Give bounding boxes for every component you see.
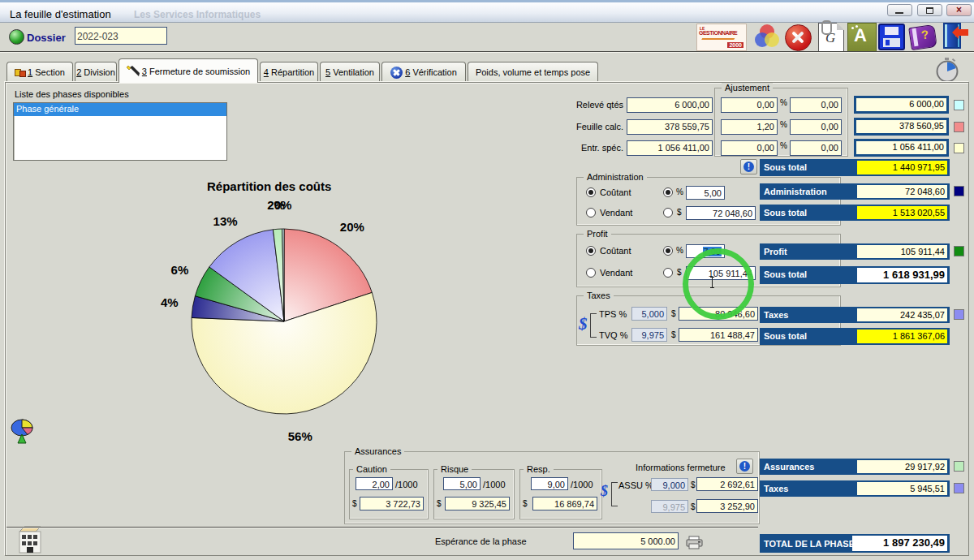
admin-vendant-label: Vendant [600,208,632,218]
colors-venn-icon[interactable] [753,24,781,50]
resp-per-label: /1000 [571,480,593,489]
dollar-sign: $ [691,480,696,489]
resp-amount-field[interactable]: 16 869,74 [532,497,597,510]
tab-fermeture[interactable]: 3 Fermeture de soumission [119,58,258,83]
tools-icon[interactable] [784,24,812,50]
row1-result-field: 6 000,00 [854,96,949,114]
row3-base-field[interactable]: 1 056 411,00 [627,140,713,156]
resp-rate-field[interactable]: 9,00 [531,477,568,490]
pie-label-taxes: 13% [213,214,238,228]
row1-base-field[interactable]: 6 000,00 [627,97,713,113]
sous-total-1-bar: Sous total 1 440 971,95 [760,159,950,176]
help-book-icon[interactable]: ? [909,24,936,50]
profit-dollar-radio[interactable] [663,268,673,278]
row3-adj-pct-field[interactable]: 0,00 [721,140,778,156]
phases-listbox[interactable]: Phase générale [13,102,227,161]
profit-pct-field[interactable]: 7,00 [686,244,725,258]
tvq-amount-field[interactable]: 161 488,47 [679,328,758,342]
exit-door-icon[interactable] [940,22,971,50]
taxes-dollar-icon: $ [579,314,588,334]
esperance-label: Espérance de la phase [435,536,527,546]
profit-pct-radio[interactable] [663,246,673,256]
phase-list-item[interactable]: Phase générale [14,103,226,116]
esperance-field[interactable]: 5 000.00 [573,532,679,549]
admin-sous-total-bar: Sous total 1 513 020,55 [760,205,950,221]
tps-label: TPS % [599,309,627,319]
tab-division[interactable]: 2 Division [75,62,117,82]
admin-pct-field[interactable]: 5,00 [686,186,725,200]
close-button[interactable]: × [946,4,972,16]
administration-bar: Administration 72 048,60 [760,183,950,200]
tab-poids-volume[interactable]: Poids, volume et temps pose [468,62,598,82]
tps-pct-field[interactable]: 5,000 [631,307,667,321]
row1-adj-amt-field[interactable]: 0,00 [790,97,842,113]
caution-amount-field[interactable]: 3 722,73 [360,497,424,510]
admin-amount-field[interactable]: 72 048,60 [686,206,756,220]
tps-amount-field[interactable]: 80 946,60 [679,307,758,321]
building-icon[interactable] [16,525,44,554]
assurances-bar-value: 29 917,92 [857,460,947,473]
assu-label: ASSU % [618,480,653,490]
profit-vendant-radio[interactable] [586,268,596,278]
minimize-button[interactable] [887,4,912,16]
stopwatch-icon[interactable] [933,57,961,84]
profit-amount-field[interactable]: 105 911,44 [686,266,756,280]
taxes-legend: Taxes [584,291,614,300]
profit-color-swatch [954,246,964,256]
pie-chart-icon[interactable] [10,418,36,446]
info-button-1[interactable]: ! [740,159,757,174]
row3-adj-amt-field[interactable]: 0,00 [790,140,842,156]
tab-section[interactable]: 1 Section [6,62,73,82]
profit-bar-value: 105 911,44 [857,245,947,258]
profit-legend: Profit [584,229,611,239]
assu-amount2-field[interactable]: 3 252,90 [696,499,758,513]
row2-adj-pct-field[interactable]: 1,20 [721,119,778,135]
dossier-label: Dossier [27,32,66,44]
row3-result-field: 1 056 411,00 [854,139,949,157]
assu-pct2-field[interactable]: 9,975 [651,500,688,513]
risque-per-label: /1000 [483,480,506,489]
gestionnaire-logo[interactable]: LE GESTIONNAIRE 2000 [696,24,747,51]
dossier-input[interactable]: 2022-023 [75,27,167,45]
dollar-sign: $ [671,330,676,339]
administration-bar-value: 72 048,60 [857,185,947,198]
save-floppy-icon[interactable] [878,24,905,50]
taxes-sous-total-value: 1 861 367,06 [857,330,947,343]
admin-pct-radio[interactable] [663,187,673,197]
a-format-icon[interactable]: A [847,23,877,52]
dollar-sign: $ [352,499,357,508]
risque-rate-field[interactable]: 5,00 [443,477,481,490]
profit-dollar-label: $ [677,268,682,277]
pie-label-feuille-calc: 20% [340,220,364,234]
printer-icon[interactable] [685,536,705,549]
taxes-sous-total-bar: Sous total 1 861 367,06 [760,328,950,345]
admin-dollar-radio[interactable] [663,208,673,218]
parent-window-title: Les Services Informatiques [134,9,261,20]
feuille-color-swatch [954,122,964,132]
administration-color-swatch [954,186,964,196]
admin-vendant-radio[interactable] [586,208,596,218]
maximize-button[interactable] [917,4,942,16]
admin-dollar-label: $ [677,208,682,217]
tvq-pct-field[interactable]: 9,975 [631,328,667,342]
g-document-icon[interactable]: G [818,23,844,52]
profit-coutant-radio[interactable] [586,246,596,256]
assu-pct-field[interactable]: 9,000 [651,478,688,491]
tab-verification[interactable]: 6 Vérification [381,62,466,82]
caution-legend: Caution [353,464,390,474]
info-button-2[interactable]: ! [736,459,753,474]
tab-ventilation[interactable]: 5 Ventilation [320,62,380,82]
assu-amount-field[interactable]: 2 692,61 [696,477,758,491]
admin-coutant-radio[interactable] [586,187,596,197]
caution-rate-field[interactable]: 2,00 [356,477,393,490]
ajustement-legend: Ajustement [722,83,773,93]
assu-bracket [611,482,612,506]
row2-base-field[interactable]: 378 559,75 [627,119,713,135]
tab-repartition[interactable]: 4 Répartition [260,62,318,82]
risque-legend: Risque [437,464,472,474]
row1-adj-pct-field[interactable]: 0,00 [721,97,778,113]
dollar-sign: $ [437,499,442,508]
verification-tools-icon [390,67,403,79]
row2-adj-amt-field[interactable]: 0,00 [790,119,842,135]
risque-amount-field[interactable]: 9 325,45 [445,497,510,510]
